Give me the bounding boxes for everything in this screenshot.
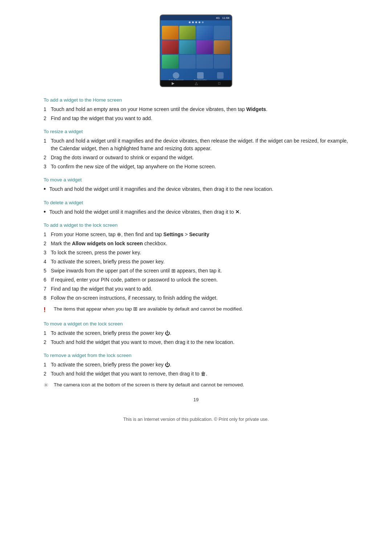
list-move-widget-lock: 1 To activate the screen, briefly press … (44, 329, 348, 346)
list-item: • Touch and hold the widget until it mag… (44, 208, 348, 216)
tip-icon: ✳ (44, 381, 52, 389)
section-move-widget-lock: To move a widget on the lock screen 1 To… (44, 321, 348, 346)
list-item: 1 Touch and hold an empty area on your H… (44, 106, 348, 113)
section-remove-widget-lock: To remove a widget from the lock screen … (44, 353, 348, 389)
heading-remove-widget-lock: To remove a widget from the lock screen (44, 353, 348, 358)
list-item: • Touch and hold the widget until it mag… (44, 185, 348, 193)
list-move-widget: • Touch and hold the widget until it mag… (44, 185, 348, 193)
warning-icon: ! (44, 305, 52, 315)
list-item: 2 Touch and hold the widget that you wan… (44, 338, 348, 346)
heading-add-widget-lock: To add a widget to the lock screen (44, 222, 348, 228)
heading-move-widget-lock: To move a widget on the lock screen (44, 321, 348, 327)
heading-move-widget: To move a widget (44, 177, 348, 182)
heading-delete-widget: To delete a widget (44, 200, 348, 205)
list-item: 3 To confirm the new size of the widget,… (44, 163, 348, 171)
section-move-widget: To move a widget • Touch and hold the wi… (44, 177, 348, 193)
list-item: 1 To activate the screen, briefly press … (44, 361, 348, 369)
heading-add-widget-home: To add a widget to the Home screen (44, 97, 348, 103)
page-footer: This is an Internet version of this publ… (44, 417, 348, 422)
phone-screenshot: 4G 11:68 Add Ad (44, 15, 348, 87)
list-item: 2 Mark the Allow widgets on lock screen … (44, 240, 348, 247)
list-add-widget-home: 1 Touch and hold an empty area on your H… (44, 106, 348, 122)
heading-resize-widget: To resize a widget (44, 129, 348, 134)
list-item: 7 Find and tap the widget that you want … (44, 285, 348, 293)
list-item: 2 Find and tap the widget that you want … (44, 115, 348, 122)
list-delete-widget: • Touch and hold the widget until it mag… (44, 208, 348, 216)
list-item: 4 To activate the screen, briefly press … (44, 258, 348, 266)
list-item: 2 Touch and hold the widget that you wan… (44, 370, 348, 378)
list-item: 3 To lock the screen, press the power ke… (44, 249, 348, 257)
list-remove-widget-lock: 1 To activate the screen, briefly press … (44, 361, 348, 378)
list-item: 1 To activate the screen, briefly press … (44, 329, 348, 337)
list-item: 2 Drag the dots inward or outward to shr… (44, 154, 348, 161)
section-delete-widget: To delete a widget • Touch and hold the … (44, 200, 348, 216)
list-add-widget-lock: 1 From your Home screen, tap ⊕, then fin… (44, 231, 348, 302)
section-resize-widget: To resize a widget 1 Touch and hold a wi… (44, 129, 348, 171)
list-item: 1 From your Home screen, tap ⊕, then fin… (44, 231, 348, 238)
list-item: 8 Follow the on-screen instructions, if … (44, 294, 348, 302)
section-add-widget-lock: To add a widget to the lock screen 1 Fro… (44, 222, 348, 315)
list-item: 6 If required, enter your PIN code, patt… (44, 276, 348, 284)
list-item: 1 Touch and hold a widget until it magni… (44, 137, 348, 152)
list-item: 5 Swipe inwards from the upper part of t… (44, 267, 348, 275)
page-number: 19 (44, 397, 348, 402)
section-add-widget-home: To add a widget to the Home screen 1 Tou… (44, 97, 348, 122)
list-resize-widget: 1 Touch and hold a widget until it magni… (44, 137, 348, 171)
note-warning-lock-screen: ! The items that appear when you tap ⊞ a… (44, 305, 348, 315)
note-tip-camera: ✳ The camera icon at the bottom of the s… (44, 381, 348, 389)
